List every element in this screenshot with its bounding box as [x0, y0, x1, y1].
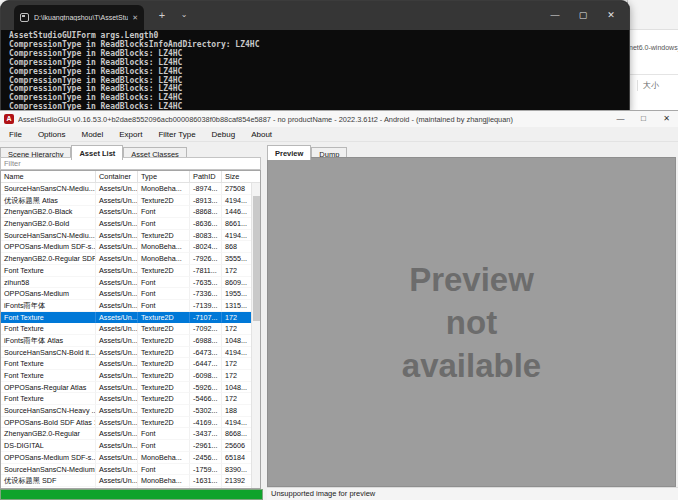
cell-name: Font Texture	[1, 393, 96, 405]
column-header-type[interactable]: Type	[138, 171, 190, 182]
cell-container: Assets/Un...	[96, 393, 138, 405]
app-window-controls: — □ ✕	[609, 111, 678, 127]
table-row[interactable]: Font TextureAssets/Un...Texture2D-7107..…	[1, 312, 260, 324]
preview-message-line: Preview	[402, 258, 541, 301]
cell-type: MonoBeha...	[138, 241, 190, 253]
table-row[interactable]: SourceHanSansCN-Heavy ...Assets/Un...Tex…	[1, 405, 260, 417]
cell-type: Texture2D	[138, 382, 190, 394]
close-button[interactable]: ✕	[655, 111, 678, 127]
scrollbar-thumb[interactable]	[253, 196, 260, 321]
tab-preview[interactable]: Preview	[267, 145, 311, 160]
table-row[interactable]: DS-DIGITALAssets/Un...Font-2961...25606	[1, 440, 260, 452]
cell-pathid: -6447...	[190, 358, 222, 370]
cell-container: Assets/Un...	[96, 300, 138, 312]
table-row[interactable]: OPPOSans-MediumAssets/Un...Font-7336...1…	[1, 288, 260, 300]
tab-close-icon[interactable]: ✕	[132, 14, 138, 22]
table-row[interactable]: iFonts雨年体 AtlasAssets/Un...Texture2D-698…	[1, 335, 260, 347]
table-row[interactable]: SourceHanSansCN-MediumAssets/Un...Font-1…	[1, 464, 260, 476]
table-row[interactable]: OPPOSans-Regular AtlasAssets/Un...Textur…	[1, 382, 260, 394]
cell-pathid: -7092...	[190, 323, 222, 335]
table-row[interactable]: OPPOSans-Bold SDF Atlas 1Assets/Un...Tex…	[1, 417, 260, 429]
table-row[interactable]: Font TextureAssets/Un...Texture2D-6447..…	[1, 358, 260, 370]
cell-type: Texture2D	[138, 405, 190, 417]
app-icon: A	[4, 114, 14, 124]
table-row[interactable]: SourceHanSansCN-Mediu...Assets/Un...Text…	[1, 230, 260, 242]
cell-size: 1048...	[222, 382, 253, 394]
cell-container: Assets/Un...	[96, 464, 138, 476]
cell-pathid: -8974...	[190, 183, 222, 195]
menu-item-filter-type[interactable]: Filter Type	[150, 127, 203, 141]
column-header-size[interactable]: Size	[222, 171, 253, 182]
new-tab-button[interactable]: +	[153, 1, 171, 30]
table-row[interactable]: OPPOSans-Medium SDF-s...Assets/Un...Mono…	[1, 241, 260, 253]
table-row[interactable]: OPPOSans-Medium SDF-s...Assets/Un...Mono…	[1, 452, 260, 464]
preview-area: Previewnotavailable	[267, 157, 676, 487]
minimize-button[interactable]: —	[541, 1, 569, 30]
cell-type: Texture2D	[138, 312, 190, 324]
cell-pathid: -7811...	[190, 265, 222, 277]
column-header-container[interactable]: Container	[96, 171, 138, 182]
cell-type: MonoBeha...	[138, 253, 190, 265]
table-row[interactable]: Font TextureAssets/Un...Texture2D-7811..…	[1, 265, 260, 277]
table-header: NameContainerTypePathIDSize	[1, 171, 260, 183]
minimize-button[interactable]: —	[609, 111, 632, 127]
maximize-button[interactable]: ▢	[569, 1, 597, 30]
cell-name: ZhenyanGB2.0-Regular SDF	[1, 253, 96, 265]
cell-type: Font	[138, 277, 190, 289]
tab-dropdown-icon[interactable]: ⌄	[175, 1, 193, 30]
cell-pathid: -1759...	[190, 464, 222, 476]
cell-size: 4194...	[222, 417, 253, 429]
cell-pathid: -6988...	[190, 335, 222, 347]
table-scrollbar[interactable]	[251, 183, 260, 488]
column-header-name[interactable]: Name	[1, 171, 96, 182]
menu-item-export[interactable]: Export	[111, 127, 150, 141]
table-row[interactable]: ZhenyanGB2.0-RegularAssets/Un...Font-343…	[1, 428, 260, 440]
table-row[interactable]: SourceHanSansCN-Bold it...Assets/Un...Te…	[1, 347, 260, 359]
table-row[interactable]: iFonts雨年体Assets/Un...Font-7139...1315...	[1, 300, 260, 312]
cell-pathid: -8024...	[190, 241, 222, 253]
close-button[interactable]: ✕	[597, 1, 625, 30]
cell-type: Texture2D	[138, 230, 190, 242]
table-row[interactable]: zihun58Assets/Un...Font-7635...8609...	[1, 277, 260, 289]
cell-container: Assets/Un...	[96, 417, 138, 429]
cell-name: SourceHanSansCN-Medium	[1, 464, 96, 476]
cell-name: ZhenyanGB2.0-Regular	[1, 428, 96, 440]
table-row[interactable]: 优设标题黑 SDFAssets/Un...MonoBeha...-1631...…	[1, 475, 260, 487]
filter-input[interactable]	[0, 157, 261, 170]
table-row[interactable]: ZhenyanGB2.0-BlackAssets/Un...Font-8868.…	[1, 206, 260, 218]
terminal-window-controls: — ▢ ✕	[541, 1, 625, 30]
cell-name: SourceHanSansCN-Mediu...	[1, 230, 96, 242]
cell-pathid: -8913...	[190, 195, 222, 207]
cell-type: Font	[138, 428, 190, 440]
table-row[interactable]: SourceHanSansCN-Mediu...Assets/Un...Mono…	[1, 183, 260, 195]
cell-size: 27508	[222, 183, 253, 195]
cell-size: 8609...	[222, 277, 253, 289]
maximize-button[interactable]: □	[632, 111, 655, 127]
menu-bar: FileOptionsModelExportFilter TypeDebugAb…	[0, 127, 678, 142]
cell-name: Font Texture	[1, 370, 96, 382]
table-row[interactable]: Font TextureAssets/Un...Texture2D-6098..…	[1, 370, 260, 382]
cell-pathid: -5302...	[190, 405, 222, 417]
cell-size: 4194...	[222, 347, 253, 359]
menu-item-model[interactable]: Model	[73, 127, 111, 141]
menu-item-file[interactable]: File	[1, 127, 30, 141]
menu-item-about[interactable]: About	[243, 127, 280, 141]
column-header-pathid[interactable]: PathID	[190, 171, 222, 182]
menu-item-debug[interactable]: Debug	[204, 127, 244, 141]
table-row[interactable]: ZhenyanGB2.0-BoldAssets/Un...Font-8636..…	[1, 218, 260, 230]
background-window-text: net6.0-windows_v	[629, 44, 678, 51]
menu-item-options[interactable]: Options	[30, 127, 74, 141]
table-row[interactable]: ZhenyanGB2.0-Regular SDFAssets/Un...Mono…	[1, 253, 260, 265]
cell-name: OPPOSans-Medium	[1, 288, 96, 300]
cell-pathid: -2456...	[190, 452, 222, 464]
terminal-tab[interactable]: D:\lkuangtnagshou\T\AssetStu ✕	[14, 5, 144, 30]
table-row[interactable]: Font TextureAssets/Un...Texture2D-5466..…	[1, 393, 260, 405]
cell-name: OPPOSans-Bold SDF Atlas 1	[1, 417, 96, 429]
cell-container: Assets/Un...	[96, 253, 138, 265]
table-row[interactable]: Font TextureAssets/Un...Texture2D-7092..…	[1, 323, 260, 335]
cell-name: zihun58	[1, 277, 96, 289]
table-row[interactable]: 优设标题黑 AtlasAssets/Un...Texture2D-8913...…	[1, 195, 260, 207]
cell-pathid: -5466...	[190, 393, 222, 405]
tab-asset-list[interactable]: Asset List	[71, 145, 123, 160]
cell-name: Font Texture	[1, 358, 96, 370]
